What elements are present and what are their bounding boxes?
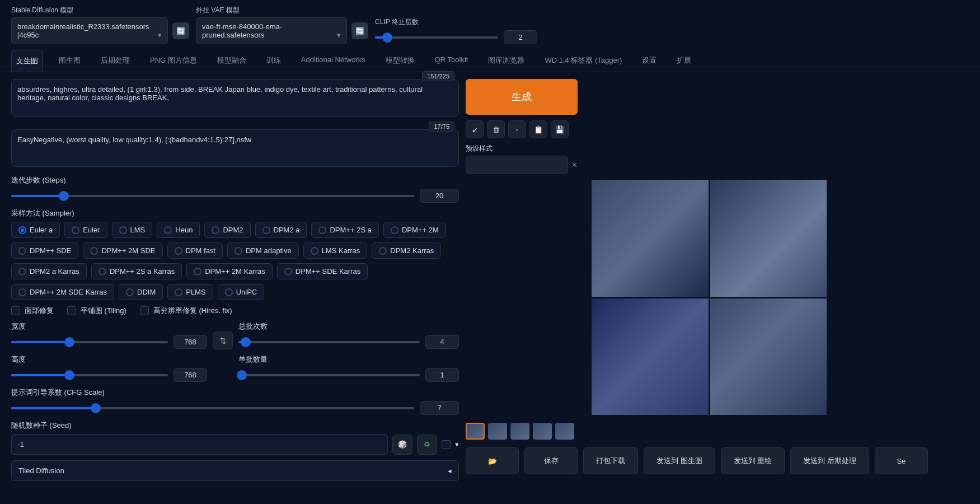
gallery-image-2[interactable] (710, 180, 827, 297)
sampler-dpmppsde-karras[interactable]: DPM++ SDE Karras (277, 263, 368, 279)
batch-size-slider[interactable] (238, 374, 420, 376)
thumb-3[interactable] (533, 423, 552, 440)
tab-qr[interactable]: QR Toolkit (430, 50, 473, 72)
sampler-lmskarras[interactable]: LMS Karras (303, 242, 368, 259)
sampler-ddim[interactable]: DDIM (119, 284, 163, 300)
sampler-dpmfast[interactable]: DPM fast (167, 242, 223, 259)
sampler-dpmppsde[interactable]: DPM++ SDE (11, 242, 78, 259)
clip-skip-slider[interactable] (375, 36, 498, 39)
sampler-dpmpp2msde-karras[interactable]: DPM++ 2M SDE Karras (11, 284, 114, 300)
interrogate-btn[interactable]: ↙ (466, 120, 484, 138)
steps-slider[interactable] (11, 195, 414, 197)
sd-refresh-btn[interactable]: 🔄 (172, 22, 189, 39)
sampler-dpmpp2m[interactable]: DPM++ 2M (383, 222, 446, 238)
seed-label: 随机数种子 (Seed) (11, 421, 459, 431)
gallery-image-3[interactable] (592, 298, 709, 416)
clip-skip-value[interactable]: 2 (504, 30, 537, 44)
thumb-grid[interactable] (466, 423, 485, 440)
sampler-dpm2akarras[interactable]: DPM2 a Karras (11, 263, 87, 279)
tab-model-convert[interactable]: 模型转换 (381, 50, 419, 72)
sampler-heun[interactable]: Heun (157, 222, 200, 238)
sampler-lms[interactable]: LMS (112, 222, 153, 238)
negative-token-count: 17/75 (429, 122, 454, 132)
steps-value[interactable]: 20 (420, 189, 459, 203)
styles-btn[interactable]: ▪ (508, 120, 526, 138)
generate-button[interactable]: 生成 (466, 79, 578, 115)
tiled-diffusion-accordion[interactable]: Tiled Diffusion◂ (11, 460, 459, 481)
negative-prompt[interactable] (11, 129, 459, 167)
gallery-image-1[interactable] (592, 180, 709, 297)
tab-tagger[interactable]: WD 1.4 标签器 (Tagger) (540, 50, 626, 72)
tab-extras[interactable]: 后期处理 (96, 50, 134, 72)
tab-img2img[interactable]: 图生图 (54, 50, 85, 72)
sampler-dpmpp2sakarras[interactable]: DPM++ 2S a Karras (91, 263, 182, 279)
seed-input[interactable] (11, 434, 388, 455)
send-to-img2img-btn[interactable]: 发送到 图生图 (644, 447, 715, 474)
height-label: 高度 (11, 354, 207, 365)
sampler-plms[interactable]: PLMS (167, 284, 213, 300)
send-to-inpaint-btn[interactable]: 发送到 重绘 (721, 447, 785, 474)
accordion-arrow-icon: ◂ (448, 466, 452, 475)
tab-image-browser[interactable]: 图库浏览器 (484, 50, 529, 72)
tab-checkpoint-merger[interactable]: 模型融合 (213, 50, 251, 72)
width-slider[interactable] (11, 341, 168, 343)
tab-extensions[interactable]: 扩展 (672, 50, 696, 72)
sampler-euler-a[interactable]: Euler a (11, 222, 60, 238)
seed-random-btn[interactable]: 🎲 (392, 435, 412, 455)
send-partial-btn[interactable]: Se (875, 447, 928, 474)
thumb-4[interactable] (555, 423, 574, 440)
hires-fix-check[interactable]: 高分辨率修复 (Hires. fix) (140, 306, 232, 316)
seed-reuse-btn[interactable]: ♻ (417, 435, 437, 455)
positive-prompt[interactable] (11, 79, 459, 116)
tab-train[interactable]: 训练 (262, 50, 285, 72)
tab-pnginfo[interactable]: PNG 图片信息 (146, 50, 201, 72)
swap-dimensions-btn[interactable]: ⇅ (213, 332, 233, 349)
width-value[interactable]: 768 (174, 335, 207, 349)
vae-model-select[interactable]: vae-ft-mse-840000-ema-pruned.safetensors (196, 17, 347, 44)
height-value[interactable]: 768 (174, 368, 207, 382)
thumb-1[interactable] (488, 423, 507, 440)
thumb-2[interactable] (510, 423, 529, 440)
vae-model-label: 外挂 VAE 模型 (196, 6, 368, 15)
sampler-dpm2a[interactable]: DPM2 a (255, 222, 307, 238)
sampler-label: 采样方法 (Sampler) (11, 208, 459, 218)
clear-prompt-btn[interactable]: 🗑 (487, 120, 505, 138)
sampler-dpm2karras[interactable]: DPM2 Karras (372, 242, 441, 259)
open-folder-btn[interactable]: 📂 (466, 447, 519, 474)
sampler-dpmpp2mkarras[interactable]: DPM++ 2M Karras (186, 263, 273, 279)
cfg-scale-value[interactable]: 7 (420, 401, 459, 415)
sd-model-select[interactable]: breakdomainrealistic_R2333.safetensors [… (11, 17, 168, 44)
preset-styles-select[interactable] (466, 156, 568, 174)
sampler-dpmadaptive[interactable]: DPM adaptive (227, 242, 299, 259)
save-style-btn[interactable]: 💾 (551, 120, 569, 138)
zip-download-btn[interactable]: 打包下载 (583, 447, 638, 474)
tab-addnet[interactable]: Additional Networks (297, 50, 370, 72)
gallery-image-4[interactable] (710, 298, 827, 416)
seed-extra-arrow[interactable]: ▾ (455, 440, 459, 449)
height-slider[interactable] (11, 374, 168, 376)
send-to-extras-btn[interactable]: 发送到 后期处理 (790, 447, 869, 474)
batch-size-value[interactable]: 1 (425, 368, 459, 382)
batch-count-slider[interactable] (238, 341, 420, 343)
output-gallery[interactable] (466, 180, 953, 415)
positive-token-count: 151/225 (422, 71, 454, 81)
steps-label: 迭代步数 (Steps) (11, 175, 459, 185)
preset-close-icon[interactable]: ✕ (571, 161, 578, 169)
restore-faces-check[interactable]: 面部修复 (11, 306, 54, 316)
cfg-scale-slider[interactable] (11, 407, 414, 409)
save-btn[interactable]: 保存 (524, 447, 578, 474)
sampler-dpmpp2sa[interactable]: DPM++ 2S a (311, 222, 378, 238)
paste-btn[interactable]: 📋 (529, 120, 547, 138)
vae-refresh-btn[interactable]: 🔄 (351, 22, 368, 39)
sampler-dpm2[interactable]: DPM2 (204, 222, 250, 238)
sampler-euler[interactable]: Euler (64, 222, 107, 238)
batch-count-value[interactable]: 4 (425, 335, 459, 349)
preset-label: 预设样式 (466, 144, 578, 153)
tab-txt2img[interactable]: 文生图 (11, 50, 43, 72)
sampler-unipc[interactable]: UniPC (218, 284, 265, 300)
tiling-check[interactable]: 平铺图 (Tiling) (67, 306, 126, 316)
seed-extra-check[interactable] (442, 440, 451, 449)
tab-settings[interactable]: 设置 (637, 50, 661, 72)
sampler-dpmpp2msde[interactable]: DPM++ 2M SDE (83, 242, 162, 259)
gallery-thumbnails (466, 421, 953, 442)
